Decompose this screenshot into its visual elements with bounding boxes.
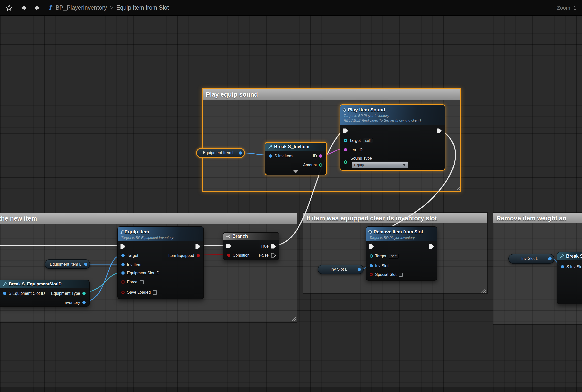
node-title: Break S_InvItem bbox=[274, 144, 309, 149]
pin-amount[interactable] bbox=[319, 163, 322, 167]
chevron-down-icon bbox=[403, 164, 406, 166]
pin-inventory[interactable] bbox=[82, 301, 86, 304]
pin-label: Condition bbox=[233, 253, 250, 258]
comment-title: the new item bbox=[0, 215, 37, 222]
pin-special-slot[interactable] bbox=[370, 273, 373, 276]
event-icon bbox=[368, 230, 372, 234]
exec-pin-in[interactable] bbox=[343, 128, 348, 133]
exec-pin-false[interactable] bbox=[271, 253, 276, 258]
output-pin[interactable] bbox=[358, 268, 361, 271]
breadcrumb-current[interactable]: Equip Item from Slot bbox=[116, 4, 169, 11]
comment-header[interactable]: If item was equipped clear its inventory… bbox=[303, 213, 487, 223]
pin-label: Inv Item bbox=[127, 263, 141, 267]
exec-pin-out[interactable] bbox=[437, 128, 442, 133]
node-subtitle: Target is BP Equipment Inventory bbox=[120, 235, 200, 240]
variable-label: Inv Slot L bbox=[331, 267, 347, 272]
pin-label: Equipment Slot ID bbox=[127, 271, 159, 275]
pin-s-equipment-slot-id[interactable] bbox=[3, 292, 6, 295]
pin-label: S Inv Slo bbox=[566, 265, 582, 269]
topbar: f BP_PlayerInventory > Equip Item from S… bbox=[0, 0, 582, 16]
sound-type-dropdown[interactable]: Equip bbox=[352, 161, 408, 168]
output-pin[interactable] bbox=[239, 151, 242, 155]
pin-label: Amount bbox=[303, 163, 317, 167]
pin-id[interactable] bbox=[319, 154, 322, 158]
break-struct-icon bbox=[268, 145, 272, 149]
save-loaded-checkbox[interactable] bbox=[153, 290, 157, 295]
pin-save-loaded[interactable] bbox=[121, 291, 125, 294]
node-title: Play Item Sound bbox=[348, 107, 385, 113]
variable-label: Equipment Item L bbox=[50, 262, 81, 267]
comment-title: If item was equipped clear its inventory… bbox=[306, 215, 437, 222]
pin-label: Item Equipped bbox=[168, 253, 194, 258]
favorite-star-icon[interactable] bbox=[6, 4, 13, 11]
node-title: Equip Item bbox=[125, 229, 149, 235]
force-checkbox[interactable] bbox=[140, 280, 144, 284]
pin-s-inv-item[interactable] bbox=[269, 154, 272, 158]
node-branch[interactable]: Branch Condition True False bbox=[223, 232, 279, 260]
node-break-s-invitem[interactable]: Break S_InvItem S Inv Item ID Amount bbox=[265, 142, 327, 175]
forward-arrow-icon[interactable] bbox=[34, 4, 42, 12]
pin-inv-item[interactable] bbox=[121, 263, 125, 266]
exec-pin-in[interactable] bbox=[226, 244, 232, 248]
comment-header[interactable]: Remove item weight an bbox=[493, 213, 582, 223]
comment-title: Play equip sound bbox=[206, 91, 258, 98]
back-arrow-icon[interactable] bbox=[19, 4, 27, 12]
variable-node-equipment-item-l[interactable]: Equipment Item L bbox=[45, 259, 90, 269]
pin-equipment-slot-id[interactable] bbox=[121, 271, 125, 275]
pin-label: Sound Type bbox=[350, 156, 372, 161]
node-subtitle: RELIABLE Replicated To Server (if owning… bbox=[343, 118, 442, 123]
node-remove-item-from-slot[interactable]: Remove Item from Slot Target is BP Playe… bbox=[366, 226, 437, 281]
pin-sound-type[interactable] bbox=[344, 160, 347, 164]
node-break-s-equipmentslotid[interactable]: Break S_EquipmentSlotID S Equipment Slot… bbox=[0, 280, 90, 307]
node-title: Break S_EquipmentSlotID bbox=[9, 282, 62, 287]
pin-item-id[interactable] bbox=[344, 148, 347, 151]
variable-node-inv-slot-l[interactable]: Inv Slot L bbox=[318, 265, 364, 274]
pin-equipment-type[interactable] bbox=[82, 292, 86, 295]
pin-condition[interactable] bbox=[227, 254, 230, 257]
pin-label: S Inv Item bbox=[274, 154, 293, 158]
pin-label: Equipment Type bbox=[51, 291, 80, 296]
exec-pin-in[interactable] bbox=[120, 244, 126, 249]
pin-label: False bbox=[259, 253, 269, 258]
breadcrumb-separator: > bbox=[110, 4, 113, 11]
pin-s-inv-slot[interactable] bbox=[561, 265, 564, 268]
pin-inv-slot[interactable] bbox=[370, 264, 373, 267]
expand-arrow-icon[interactable] bbox=[293, 170, 298, 173]
function-icon: f bbox=[48, 3, 52, 12]
node-break-s-right[interactable]: Break S S Inv Slo bbox=[557, 252, 582, 304]
pin-label: Target bbox=[349, 138, 361, 143]
break-struct-icon bbox=[560, 254, 564, 258]
node-equip-item[interactable]: f Equip Item Target is BP Equipment Inve… bbox=[117, 226, 204, 299]
pin-target[interactable] bbox=[344, 139, 347, 142]
comment-header[interactable]: the new item bbox=[0, 213, 297, 224]
breadcrumb-root[interactable]: BP_PlayerInventory bbox=[56, 4, 107, 11]
wires-layer bbox=[0, 0, 582, 392]
node-play-item-sound[interactable]: Play Item Sound Target is BP Player Inve… bbox=[340, 104, 445, 171]
comment-title: Remove item weight an bbox=[496, 215, 566, 222]
self-value-box[interactable]: self bbox=[363, 138, 373, 143]
pin-target[interactable] bbox=[121, 254, 125, 257]
node-subtitle: Target is BP Player Inventory bbox=[343, 113, 442, 118]
exec-pin-out[interactable] bbox=[195, 244, 201, 249]
variable-node-inv-slot-l-right[interactable]: Inv Slot L bbox=[508, 254, 554, 264]
exec-pin-true[interactable] bbox=[271, 244, 276, 249]
node-subtitle: Target is BP Player Inventory bbox=[369, 235, 434, 240]
variable-node-equipment-item-l-selected[interactable]: Equipment Item L bbox=[196, 148, 245, 158]
self-value-box[interactable]: self bbox=[389, 254, 399, 259]
comment-header[interactable]: Play equip sound bbox=[203, 89, 460, 100]
blueprint-graph[interactable]: Play equip sound the new item If item wa… bbox=[0, 0, 582, 392]
pin-item-equipped[interactable] bbox=[197, 254, 200, 257]
special-slot-checkbox[interactable] bbox=[399, 273, 403, 277]
output-pin[interactable] bbox=[548, 257, 552, 260]
exec-pin-in[interactable] bbox=[369, 244, 374, 249]
exec-pin-out[interactable] bbox=[429, 244, 434, 249]
graph-bottom-shade bbox=[0, 387, 582, 392]
pin-force[interactable] bbox=[121, 280, 125, 284]
pin-label: Item ID bbox=[349, 148, 363, 152]
pin-label: Inventory bbox=[63, 300, 80, 305]
pin-target[interactable] bbox=[370, 254, 373, 258]
output-pin[interactable] bbox=[84, 263, 87, 266]
variable-label: Inv Slot L bbox=[521, 256, 538, 261]
variable-label: Equipment Item L bbox=[203, 151, 234, 155]
break-struct-icon bbox=[3, 282, 7, 286]
